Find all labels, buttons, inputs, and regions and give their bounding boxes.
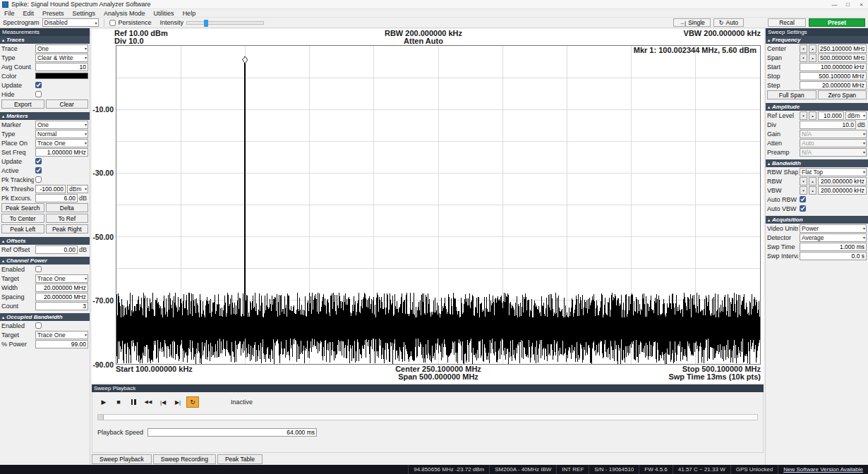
avg-count-input[interactable] bbox=[35, 63, 88, 71]
detector-select[interactable]: Average ▾ bbox=[800, 233, 867, 242]
tab-sweep-recording[interactable]: Sweep Recording bbox=[153, 454, 216, 464]
trace-update-checkbox[interactable] bbox=[35, 82, 42, 88]
marker-active-checkbox[interactable] bbox=[35, 167, 42, 174]
rbw-shape-select[interactable]: Flat Top ▾ bbox=[800, 168, 867, 176]
vbw-step-down-icon[interactable]: ▾ bbox=[800, 186, 807, 195]
intensity-slider[interactable] bbox=[186, 21, 264, 25]
play-button[interactable]: ▶ bbox=[97, 396, 110, 408]
new-software-version-link[interactable]: New Software Version Available bbox=[783, 466, 863, 473]
pause-button[interactable] bbox=[127, 396, 140, 408]
ref-level-step-down-icon[interactable]: ▾ bbox=[800, 111, 807, 120]
ob-power-input[interactable] bbox=[35, 340, 88, 348]
intensity-slider-handle[interactable] bbox=[204, 20, 208, 27]
peak-search-button[interactable]: Peak Search bbox=[1, 203, 44, 212]
step-input[interactable] bbox=[800, 81, 867, 90]
spectrum-plot[interactable]: Mkr 1: 100.002344 MHz, 5.60 dBm bbox=[116, 45, 761, 365]
acquisition-panel-header[interactable]: ▴ Acquisition bbox=[766, 216, 868, 224]
trace-hide-checkbox[interactable] bbox=[35, 91, 42, 97]
occupied-bandwidth-panel-header[interactable]: ▴ Occupied Bandwidth bbox=[0, 313, 90, 321]
marker-update-checkbox[interactable] bbox=[35, 158, 42, 164]
pk-threshold-input[interactable] bbox=[35, 185, 66, 193]
rbw-input[interactable] bbox=[818, 177, 867, 186]
span-step-up-icon[interactable]: ▴ bbox=[809, 54, 816, 62]
menu-file[interactable]: File bbox=[0, 9, 19, 17]
single-sweep-button[interactable]: →| Single bbox=[673, 18, 711, 27]
ob-enabled-checkbox[interactable] bbox=[35, 322, 42, 329]
ref-level-unit-select[interactable]: dBm ▾ bbox=[845, 111, 867, 120]
peak-left-button[interactable]: Peak Left bbox=[1, 224, 44, 233]
zero-span-button[interactable]: Zero Span bbox=[818, 90, 867, 99]
persistence-checkbox[interactable] bbox=[109, 20, 116, 26]
cp-count-input[interactable] bbox=[35, 302, 88, 310]
step-forward-button[interactable]: ▶| bbox=[171, 396, 184, 408]
markers-panel-header[interactable]: ▴ Markers bbox=[0, 112, 90, 120]
spectrogram-select[interactable]: Disabled ▾ bbox=[42, 18, 99, 27]
tab-sweep-playback[interactable]: Sweep Playback bbox=[92, 454, 152, 464]
tab-peak-table[interactable]: Peak Table bbox=[217, 454, 263, 464]
menu-analysis-mode[interactable]: Analysis Mode bbox=[100, 9, 150, 17]
cp-target-select[interactable]: Trace One ▾ bbox=[35, 274, 88, 283]
playback-speed-input[interactable] bbox=[147, 428, 317, 437]
recal-button[interactable]: Recal bbox=[768, 18, 806, 27]
to-ref-button[interactable]: To Ref bbox=[46, 214, 89, 223]
marker-type-select[interactable]: Normal ▾ bbox=[35, 130, 88, 138]
pk-threshold-unit-select[interactable]: dBm ▾ bbox=[67, 185, 88, 193]
menu-edit[interactable]: Edit bbox=[19, 9, 39, 17]
menu-utilities[interactable]: Utilities bbox=[150, 9, 179, 17]
start-input[interactable] bbox=[800, 63, 867, 71]
full-span-button[interactable]: Full Span bbox=[767, 90, 816, 99]
auto-rbw-checkbox[interactable] bbox=[800, 196, 806, 202]
center-step-down-icon[interactable]: ▾ bbox=[800, 44, 807, 53]
rbw-step-down-icon[interactable]: ▾ bbox=[800, 177, 807, 186]
cp-width-input[interactable] bbox=[35, 284, 88, 292]
vbw-step-up-icon[interactable]: ▴ bbox=[809, 186, 816, 195]
preset-button[interactable]: Preset bbox=[809, 18, 865, 27]
menu-settings[interactable]: Settings bbox=[68, 9, 100, 17]
marker-select[interactable]: One ▾ bbox=[35, 121, 88, 129]
trace-type-select[interactable]: Clear & Write ▾ bbox=[35, 54, 88, 62]
menu-help[interactable]: Help bbox=[179, 9, 200, 17]
trace-color-swatch[interactable] bbox=[35, 73, 88, 79]
bandwidth-panel-header[interactable]: ▴ Bandwidth bbox=[766, 159, 868, 167]
place-on-select[interactable]: Trace One ▾ bbox=[35, 139, 88, 147]
set-freq-input[interactable] bbox=[35, 148, 88, 157]
menu-presets[interactable]: Presets bbox=[38, 9, 68, 17]
pk-tracking-checkbox[interactable] bbox=[35, 176, 42, 183]
traces-panel-header[interactable]: ▴ Traces bbox=[0, 36, 90, 44]
ob-target-select[interactable]: Trace One ▾ bbox=[35, 331, 88, 339]
to-center-button[interactable]: To Center bbox=[1, 214, 44, 223]
delta-button[interactable]: Delta bbox=[46, 203, 89, 212]
rbw-step-up-icon[interactable]: ▴ bbox=[809, 177, 816, 186]
frequency-panel-header[interactable]: ▴ Frequency bbox=[766, 36, 868, 44]
peak-right-button[interactable]: Peak Right bbox=[46, 224, 89, 233]
playback-position-slider[interactable] bbox=[97, 414, 758, 420]
center-input[interactable] bbox=[818, 44, 867, 53]
ref-offset-input[interactable] bbox=[35, 245, 78, 254]
clear-button[interactable]: Clear bbox=[46, 99, 89, 109]
ref-level-step-up-icon[interactable]: ▴ bbox=[809, 111, 816, 120]
channel-power-panel-header[interactable]: ▴ Channel Power bbox=[0, 257, 90, 265]
maximize-icon[interactable]: □ bbox=[841, 0, 855, 8]
close-icon[interactable]: × bbox=[855, 0, 868, 8]
div-input[interactable] bbox=[800, 121, 856, 129]
stop-button[interactable]: ■ bbox=[112, 396, 125, 408]
export-button[interactable]: Export bbox=[1, 99, 44, 109]
playback-position-handle[interactable] bbox=[98, 415, 104, 420]
span-input[interactable] bbox=[818, 54, 867, 62]
minimize-icon[interactable]: — bbox=[828, 0, 841, 8]
cp-enabled-checkbox[interactable] bbox=[35, 266, 42, 272]
center-step-up-icon[interactable]: ▴ bbox=[809, 44, 816, 53]
trace-select[interactable]: One ▾ bbox=[35, 44, 88, 53]
loop-button[interactable]: ↻ bbox=[186, 396, 199, 408]
ref-level-input[interactable] bbox=[818, 111, 844, 120]
offsets-panel-header[interactable]: ▴ Offsets bbox=[0, 237, 90, 245]
stop-input[interactable] bbox=[800, 72, 867, 80]
span-step-down-icon[interactable]: ▾ bbox=[800, 54, 807, 62]
rewind-button[interactable]: ◀◀ bbox=[142, 396, 155, 408]
auto-vbw-checkbox[interactable] bbox=[800, 205, 806, 212]
auto-sweep-button[interactable]: ↻ Auto bbox=[713, 18, 744, 27]
amplitude-panel-header[interactable]: ▴ Amplitude bbox=[766, 103, 868, 111]
video-units-select[interactable]: Power ▾ bbox=[800, 224, 867, 233]
cp-spacing-input[interactable] bbox=[35, 293, 88, 301]
swp-time-input[interactable] bbox=[800, 243, 867, 251]
